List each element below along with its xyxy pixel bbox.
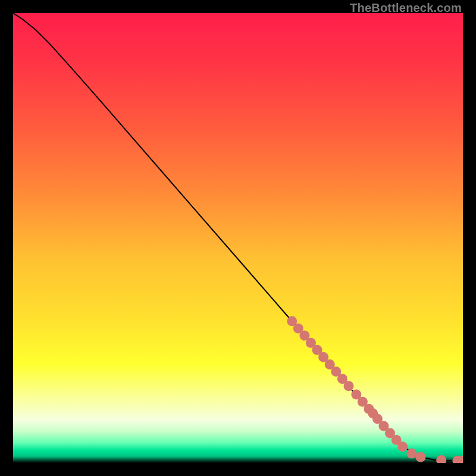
scatter-dot — [415, 452, 425, 462]
gradient-background — [13, 13, 463, 463]
scatter-dot — [343, 381, 353, 391]
chart-plot — [13, 13, 463, 463]
scatter-dot — [397, 441, 408, 452]
scatter-dot — [406, 449, 416, 459]
chart-frame: TheBottleneck.com — [0, 0, 476, 476]
